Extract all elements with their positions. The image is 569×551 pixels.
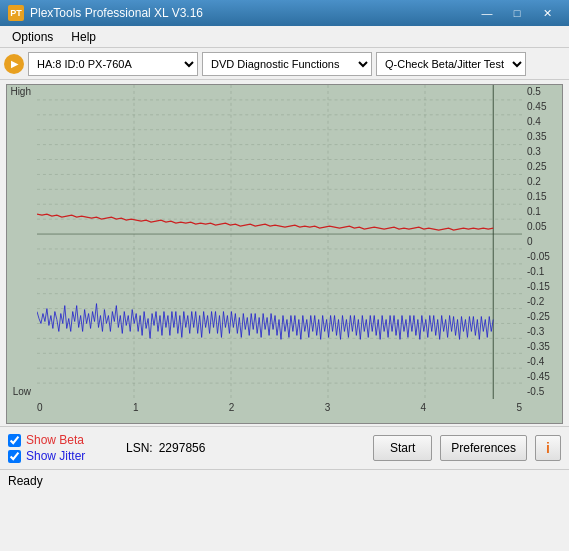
y-right-1: 0.45: [524, 102, 560, 112]
chart-container: High Low 0.5 0.45 0.4 0.35 0.3 0.25 0.2 …: [6, 84, 563, 424]
status-text: Ready: [8, 474, 43, 488]
lsn-value: 2297856: [159, 441, 206, 455]
lsn-area: LSN: 2297856: [126, 441, 205, 455]
y-right-2: 0.4: [524, 117, 560, 127]
toolbar: ▶ HA:8 ID:0 PX-760A DVD Diagnostic Funct…: [0, 48, 569, 80]
y-right-6: 0.2: [524, 177, 560, 187]
show-jitter-label: Show Jitter: [26, 449, 85, 463]
y-right-3: 0.35: [524, 132, 560, 142]
drive-select[interactable]: HA:8 ID:0 PX-760A: [28, 52, 198, 76]
status-bar: Ready: [0, 469, 569, 491]
menu-help[interactable]: Help: [63, 28, 104, 46]
y-axis-left: High Low: [7, 85, 37, 399]
lsn-label: LSN:: [126, 441, 153, 455]
bottom-panel: Show Beta Show Jitter LSN: 2297856 Start…: [0, 426, 569, 469]
info-button[interactable]: i: [535, 435, 561, 461]
y-right-18: -0.4: [524, 357, 560, 367]
show-jitter-checkbox[interactable]: [8, 450, 21, 463]
show-beta-row: Show Beta: [8, 433, 118, 447]
x-label-5: 5: [516, 402, 522, 413]
y-right-14: -0.2: [524, 297, 560, 307]
x-label-4: 4: [421, 402, 427, 413]
y-axis-right: 0.5 0.45 0.4 0.35 0.3 0.25 0.2 0.15 0.1 …: [522, 85, 562, 399]
y-right-20: -0.5: [524, 387, 560, 397]
show-jitter-row: Show Jitter: [8, 449, 118, 463]
y-right-15: -0.25: [524, 312, 560, 322]
y-right-7: 0.15: [524, 192, 560, 202]
preferences-button[interactable]: Preferences: [440, 435, 527, 461]
window-title: PlexTools Professional XL V3.16: [30, 6, 203, 20]
y-right-10: 0: [524, 237, 560, 247]
svg-rect-0: [37, 85, 522, 399]
y-right-0: 0.5: [524, 87, 560, 97]
x-label-2: 2: [229, 402, 235, 413]
y-left-high: High: [9, 87, 35, 97]
y-right-4: 0.3: [524, 147, 560, 157]
checkboxes: Show Beta Show Jitter: [8, 433, 118, 463]
menu-options[interactable]: Options: [4, 28, 61, 46]
y-right-13: -0.15: [524, 282, 560, 292]
minimize-button[interactable]: —: [473, 4, 501, 22]
start-button[interactable]: Start: [373, 435, 432, 461]
title-bar-left: PT PlexTools Professional XL V3.16: [8, 5, 203, 21]
show-beta-checkbox[interactable]: [8, 434, 21, 447]
maximize-button[interactable]: □: [503, 4, 531, 22]
y-right-8: 0.1: [524, 207, 560, 217]
title-bar: PT PlexTools Professional XL V3.16 — □ ✕: [0, 0, 569, 26]
x-axis: 0 1 2 3 4 5: [37, 399, 522, 423]
chart-inner: [37, 85, 522, 399]
y-right-16: -0.3: [524, 327, 560, 337]
y-left-low: Low: [9, 387, 35, 397]
x-label-0: 0: [37, 402, 43, 413]
y-right-11: -0.05: [524, 252, 560, 262]
test-select[interactable]: Q-Check Beta/Jitter Test: [376, 52, 526, 76]
y-right-17: -0.35: [524, 342, 560, 352]
function-select[interactable]: DVD Diagnostic Functions: [202, 52, 372, 76]
y-right-5: 0.25: [524, 162, 560, 172]
x-label-3: 3: [325, 402, 331, 413]
menu-bar: Options Help: [0, 26, 569, 48]
app-icon: PT: [8, 5, 24, 21]
title-controls: — □ ✕: [473, 4, 561, 22]
y-right-12: -0.1: [524, 267, 560, 277]
chart-svg: [37, 85, 522, 399]
y-right-9: 0.05: [524, 222, 560, 232]
close-button[interactable]: ✕: [533, 4, 561, 22]
x-label-1: 1: [133, 402, 139, 413]
drive-icon: ▶: [4, 54, 24, 74]
y-right-19: -0.45: [524, 372, 560, 382]
show-beta-label: Show Beta: [26, 433, 84, 447]
info-icon: i: [546, 440, 550, 456]
